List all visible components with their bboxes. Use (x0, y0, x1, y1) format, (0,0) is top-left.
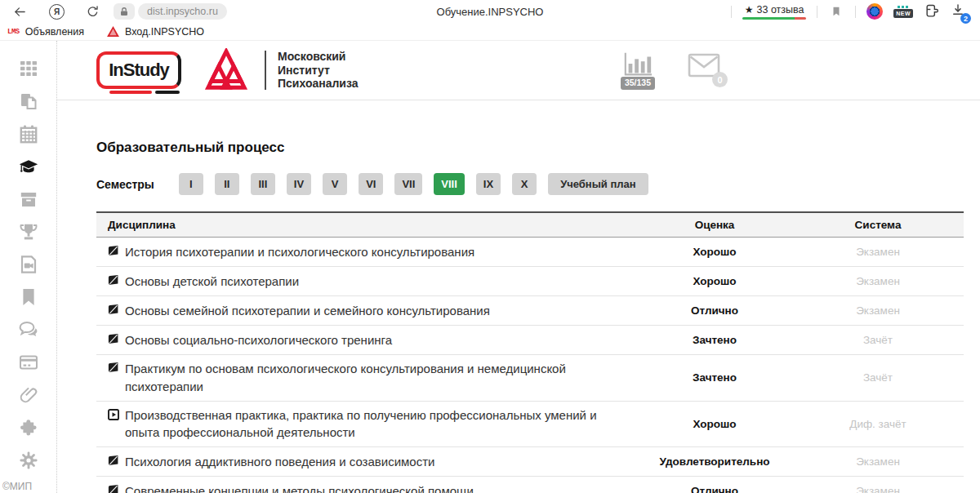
sidebar-item-archive[interactable] (18, 191, 39, 211)
site-reviews-button[interactable]: ★33 отзыва (742, 4, 806, 20)
table-row[interactable]: Практикум по основам психологического ко… (96, 355, 964, 402)
table-row[interactable]: Основы семейной психотерапии и семейного… (96, 296, 964, 326)
table-body: История психотерапии и психологического … (96, 238, 964, 493)
play-icon (108, 409, 119, 420)
table-row[interactable]: Производственная практика, практика по п… (96, 402, 964, 448)
sidebar-item-settings[interactable] (18, 452, 39, 472)
copyright-label: ©МИП (2, 481, 32, 492)
table-row[interactable]: Психология аддиктивного поведения и соза… (96, 447, 964, 477)
address-bar[interactable]: dist.inpsycho.ru (138, 3, 227, 20)
bookmark-flag-icon[interactable] (828, 3, 844, 20)
institute-line: Психоанализа (278, 77, 359, 91)
semester-button-VIII[interactable]: VIII (434, 173, 465, 195)
semester-button-IV[interactable]: IV (287, 173, 311, 195)
star-icon: ★ (745, 4, 754, 16)
sidebar-item-education[interactable] (18, 158, 39, 178)
semester-button-V[interactable]: V (323, 173, 347, 195)
system-cell: Экзамен (792, 275, 964, 287)
triangle-favicon (107, 26, 119, 37)
table-row[interactable]: Современные концепции и методы психологи… (96, 477, 964, 493)
downloads-badge: 2 (960, 13, 971, 24)
discipline-name: Производственная практика, практика по п… (125, 406, 629, 442)
discipline-cell: Основы детской психотерапии (96, 268, 637, 295)
institute-triangle-logo[interactable] (203, 48, 250, 92)
semester-buttons: IIIIIIIVVVIVIIVIIIIXXУчебный план (179, 173, 648, 195)
book-icon (108, 334, 119, 345)
grade-cell: Хорошо (637, 418, 792, 430)
sidebar-item-services[interactable] (18, 420, 39, 439)
sidebar-item-video-materials[interactable] (18, 256, 39, 276)
trophy-icon (19, 222, 38, 245)
institute-line: Московский (278, 50, 359, 64)
semester-button-I[interactable]: I (179, 173, 203, 195)
ssl-lock-icon[interactable] (114, 3, 135, 20)
semester-button-IX[interactable]: IX (476, 173, 501, 195)
bookmark-label: Объявления (25, 26, 84, 38)
discipline-name: Основы социально-психологического тренин… (125, 331, 392, 349)
main-content: InStudy Московский Институт Психоанализа (57, 41, 980, 493)
divider (855, 6, 856, 18)
table-row[interactable]: История психотерапии и психологического … (96, 238, 964, 267)
calendar-icon (19, 124, 38, 147)
lms-favicon: LMS (7, 28, 20, 36)
discipline-name: Психология аддиктивного поведения и соза… (125, 453, 434, 471)
back-icon[interactable] (11, 3, 28, 20)
discipline-name: Современные концепции и методы психологи… (125, 482, 474, 493)
new-icon-dashes (898, 6, 909, 8)
grade-cell: Зачтено (637, 334, 792, 346)
mail-badge: 0 (712, 72, 728, 87)
grade-cell: Удовлетворительно (637, 455, 792, 468)
page-tab-title: Обучение.INPSYCHO (437, 6, 544, 18)
mail-icon[interactable]: 0 (688, 53, 720, 81)
glove-icon[interactable] (924, 3, 940, 20)
discipline-name: Основы семейной психотерапии и семейного… (125, 302, 490, 320)
refresh-icon[interactable] (84, 3, 100, 20)
divider (731, 6, 732, 18)
semester-button-VII[interactable]: VII (394, 173, 422, 195)
system-cell: Экзамен (792, 246, 964, 258)
browser-window: Я dist.inpsycho.ru Обучение.INPSYCHO ★33… (0, 0, 980, 493)
sidebar-item-bookmarks[interactable] (18, 289, 39, 309)
instudy-logo[interactable]: InStudy (96, 51, 181, 89)
app-area: ©МИП InStudy Московский Институт Психоан… (0, 41, 980, 493)
semester-button-II[interactable]: II (215, 173, 239, 195)
new-badge: NEW (893, 9, 913, 18)
institute-line: Институт (278, 64, 359, 78)
bookmark-item-announcements[interactable]: LMS Объявления (7, 26, 84, 38)
bookmark-icon (19, 287, 38, 310)
sidebar-item-achievements[interactable] (18, 224, 39, 243)
sidebar-item-schedule[interactable] (18, 126, 39, 145)
discipline-cell: Современные концепции и методы психологи… (96, 477, 637, 493)
sidebar-item-payments[interactable] (18, 354, 39, 374)
semester-button-III[interactable]: III (251, 173, 275, 195)
divider (817, 6, 817, 18)
sidebar: ©МИП (0, 41, 57, 493)
toolbar-right-cluster: ★33 отзыва NEW 2 (731, 2, 973, 20)
table-row[interactable]: Основы социально-психологического тренин… (96, 326, 964, 355)
education-page: Образовательный процесс Семестры IIIIIII… (57, 100, 980, 493)
system-cell: Экзамен (792, 304, 964, 317)
column-header-discipline: Дисциплина (96, 219, 637, 231)
new-extension-icon[interactable]: NEW (893, 6, 913, 18)
sidebar-item-messages[interactable] (18, 322, 39, 341)
semester-button-X[interactable]: X (512, 173, 537, 195)
grade-cell: Хорошо (637, 275, 792, 287)
sidebar-item-dashboard[interactable] (18, 60, 39, 80)
downloads-icon[interactable]: 2 (951, 2, 965, 20)
bookmark-item-login[interactable]: Вход.INPSYCHO (107, 26, 204, 38)
sidebar-item-documents[interactable] (18, 93, 39, 113)
system-cell: Экзамен (792, 485, 964, 493)
extension-color-wheel-icon[interactable] (866, 3, 883, 20)
semester-button-VI[interactable]: VI (359, 173, 383, 195)
discipline-name: История психотерапии и психологического … (125, 243, 474, 261)
browser-profile-button[interactable]: Я (49, 4, 65, 20)
site-header: InStudy Московский Институт Психоанализа (57, 41, 980, 100)
progress-stats-icon[interactable]: 35/135 (621, 51, 655, 90)
progress-badge: 35/135 (621, 77, 655, 90)
table-row[interactable]: Основы детской психотерапииХорошоЭкзамен (96, 267, 964, 296)
logo-stand-dark (155, 91, 180, 94)
sidebar-item-attachments[interactable] (18, 387, 39, 406)
grade-cell: Отлично (637, 304, 792, 317)
clip-icon (19, 385, 38, 408)
curriculum-plan-button[interactable]: Учебный план (548, 173, 648, 195)
